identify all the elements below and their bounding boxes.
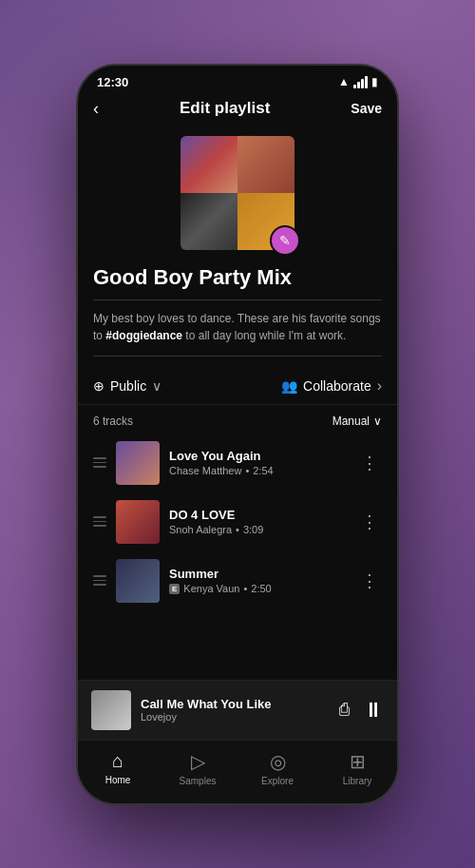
track-name: Summer xyxy=(169,567,348,581)
now-playing-artist: Lovejoy xyxy=(141,711,330,723)
hashtag[interactable]: #doggiedance xyxy=(105,329,182,342)
bottom-nav: ⌂ Home ▷ Samples ◎ Explore ⊞ Library xyxy=(78,740,397,803)
back-button[interactable]: ‹ xyxy=(93,99,99,119)
edit-cover-button[interactable]: ✎ xyxy=(270,225,300,256)
track-artist: Snoh Aalegra xyxy=(169,524,232,535)
nav-label-explore: Explore xyxy=(261,776,294,786)
sort-option[interactable]: Manual ∨ xyxy=(332,415,382,428)
track-info: DO 4 LOVE Snoh Aalegra • 3:09 xyxy=(169,508,348,535)
explicit-badge: E xyxy=(169,584,180,594)
back-arrow-icon: ‹ xyxy=(93,99,99,119)
drag-handle[interactable] xyxy=(93,575,106,586)
sort-label: Manual xyxy=(332,415,370,428)
top-bar: ‹ Edit playlist Save xyxy=(78,93,397,128)
phone-frame: 12:30 ▲ ▮ ‹ Edit playlist Save xyxy=(76,64,399,805)
camera-notch xyxy=(228,73,247,92)
track-meta: E Kenya Vaun • 2:50 xyxy=(169,583,348,594)
cover-cell-2 xyxy=(238,136,294,193)
track-meta: Snoh Aalegra • 3:09 xyxy=(169,524,348,535)
track-info: Summer E Kenya Vaun • 2:50 xyxy=(169,567,348,594)
now-playing-controls: ⎙ ⏸ xyxy=(339,698,384,723)
save-button[interactable]: Save xyxy=(351,101,382,116)
track-item: DO 4 LOVE Snoh Aalegra • 3:09 ⋮ xyxy=(78,492,397,551)
track-artist: Kenya Vaun xyxy=(183,583,239,594)
track-art xyxy=(116,559,160,603)
track-item: Summer E Kenya Vaun • 2:50 ⋮ xyxy=(78,551,397,610)
cover-cell-3 xyxy=(180,193,238,250)
playlist-cover[interactable]: ✎ xyxy=(180,136,294,250)
track-more-button[interactable]: ⋮ xyxy=(357,567,382,595)
sort-chevron-icon: ∨ xyxy=(373,415,382,428)
battery-icon: ▮ xyxy=(371,75,378,88)
now-playing-title: Call Me What You Like xyxy=(141,697,330,711)
now-playing-art xyxy=(91,690,131,730)
cast-button[interactable]: ⎙ xyxy=(339,700,350,720)
drag-handle[interactable] xyxy=(93,516,106,527)
track-name: DO 4 LOVE xyxy=(169,508,348,522)
nav-item-samples[interactable]: ▷ Samples xyxy=(169,750,226,786)
page-title: Edit playlist xyxy=(180,99,270,118)
status-icons: ▲ ▮ xyxy=(338,75,378,88)
track-art xyxy=(116,500,160,544)
desc-suffix: to all day long while I'm at work. xyxy=(182,329,346,342)
home-icon: ⌂ xyxy=(112,750,124,772)
track-art xyxy=(116,441,160,485)
chevron-down-icon: ∨ xyxy=(152,378,162,394)
visibility-option[interactable]: ⊕ Public ∨ xyxy=(93,378,162,394)
explore-icon: ◎ xyxy=(270,750,286,773)
nav-label-library: Library xyxy=(343,776,372,786)
options-row: ⊕ Public ∨ 👥 Collaborate › xyxy=(78,368,397,405)
status-time: 12:30 xyxy=(97,75,128,89)
playlist-name[interactable]: Good Boy Party Mix xyxy=(93,265,382,300)
pencil-icon: ✎ xyxy=(279,233,291,248)
track-more-button[interactable]: ⋮ xyxy=(357,508,382,536)
now-playing-bar[interactable]: Call Me What You Like Lovejoy ⎙ ⏸ xyxy=(78,680,397,740)
scroll-content: ✎ Good Boy Party Mix My best boy loves t… xyxy=(78,128,397,680)
playlist-info: Good Boy Party Mix My best boy loves to … xyxy=(78,265,397,368)
tracks-header: 6 tracks Manual ∨ xyxy=(78,405,397,434)
playlist-description: My best boy loves to dance. These are hi… xyxy=(93,310,382,357)
globe-icon: ⊕ xyxy=(93,378,104,394)
track-duration: 3:09 xyxy=(243,524,263,535)
track-name: Love You Again xyxy=(169,449,348,463)
visibility-label: Public xyxy=(110,378,146,394)
now-playing-info: Call Me What You Like Lovejoy xyxy=(141,697,330,723)
track-info: Love You Again Chase Matthew • 2:54 xyxy=(169,449,348,476)
cover-section: ✎ xyxy=(78,128,397,265)
track-duration: 2:50 xyxy=(251,583,271,594)
nav-label-home: Home xyxy=(105,775,131,785)
people-icon: 👥 xyxy=(281,378,297,394)
track-item: Love You Again Chase Matthew • 2:54 ⋮ xyxy=(78,434,397,492)
nav-item-home[interactable]: ⌂ Home xyxy=(89,750,146,785)
track-meta: Chase Matthew • 2:54 xyxy=(169,465,348,476)
track-separator: • xyxy=(245,465,249,476)
track-artist: Chase Matthew xyxy=(169,465,241,476)
cover-cell-1 xyxy=(180,136,238,193)
samples-icon: ▷ xyxy=(191,750,205,773)
drag-handle[interactable] xyxy=(93,457,106,468)
track-separator: • xyxy=(236,524,239,535)
track-more-button[interactable]: ⋮ xyxy=(357,449,382,477)
nav-item-library[interactable]: ⊞ Library xyxy=(329,750,386,786)
chevron-right-icon: › xyxy=(377,377,382,395)
tracks-count: 6 tracks xyxy=(93,415,133,428)
collaborate-label: Collaborate xyxy=(303,378,371,394)
signal-icon xyxy=(353,76,368,88)
track-separator: • xyxy=(243,583,247,594)
pause-button[interactable]: ⏸ xyxy=(363,698,384,723)
nav-item-explore[interactable]: ◎ Explore xyxy=(249,750,306,786)
track-duration: 2:54 xyxy=(253,465,273,476)
collaborate-option[interactable]: 👥 Collaborate › xyxy=(281,377,382,395)
nav-label-samples: Samples xyxy=(180,776,217,786)
library-icon: ⊞ xyxy=(350,750,366,773)
wifi-icon: ▲ xyxy=(338,75,350,88)
